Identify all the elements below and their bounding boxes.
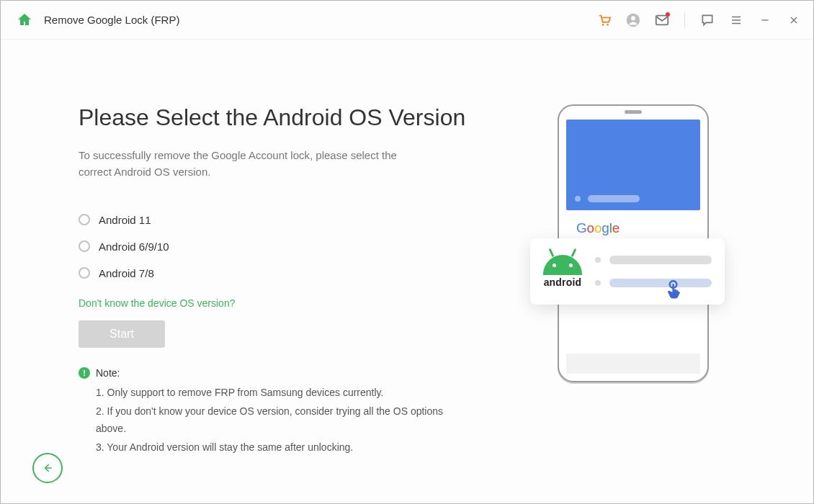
google-logo: Google	[576, 220, 620, 235]
placeholder-bar	[609, 256, 712, 264]
home-button[interactable]	[14, 9, 35, 31]
radio-android-6-9-10[interactable]: Android 6/9/10	[79, 240, 468, 253]
radio-icon	[79, 214, 90, 225]
tap-hand-icon	[664, 280, 686, 305]
note-block: ! Note: 1. Only support to remove FRP fr…	[79, 365, 468, 456]
user-icon	[625, 12, 641, 28]
svg-point-3	[631, 16, 635, 20]
android-head-icon	[543, 255, 582, 275]
placeholder-bar	[588, 195, 640, 202]
help-link[interactable]: Don't know the device OS version?	[79, 297, 235, 309]
left-column: Please Select the Android OS Version To …	[79, 104, 468, 482]
android-logo: android	[543, 255, 582, 288]
phone-speaker-icon	[625, 110, 642, 114]
placeholder-bar	[609, 279, 712, 287]
notification-dot-icon	[666, 12, 670, 17]
radio-icon	[79, 240, 90, 252]
card-lines	[595, 256, 712, 287]
placeholder-dot	[595, 280, 601, 286]
note-item-1: 1. Only support to remove FRP from Samsu…	[96, 384, 468, 402]
start-button[interactable]: Start	[79, 320, 165, 348]
phone-illustration: Google android	[558, 104, 709, 482]
placeholder-dot	[595, 257, 601, 263]
os-version-list: Android 11 Android 6/9/10 Android 7/8	[79, 214, 468, 279]
radio-label: Android 6/9/10	[99, 240, 169, 253]
main-content: Please Select the Android OS Version To …	[1, 40, 813, 503]
placeholder-dot	[575, 196, 581, 202]
radio-android-11[interactable]: Android 11	[79, 214, 468, 226]
svg-point-1	[607, 24, 609, 26]
account-button[interactable]	[624, 11, 643, 30]
feedback-button[interactable]	[698, 11, 717, 30]
home-icon	[16, 12, 33, 29]
radio-icon	[79, 267, 90, 279]
minimize-button[interactable]	[756, 11, 774, 30]
note-item-2: 2. If you don't know your device OS vers…	[96, 403, 468, 438]
menu-button[interactable]	[727, 11, 746, 30]
mail-button[interactable]	[653, 11, 671, 30]
titlebar: Remove Google Lock (FRP)	[1, 1, 813, 40]
right-column: Google android	[496, 104, 770, 482]
close-icon	[788, 14, 800, 26]
page-subtitle: To successfully remove the Google Accoun…	[79, 147, 431, 181]
cart-icon	[596, 12, 612, 28]
window-title: Remove Google Lock (FRP)	[44, 14, 179, 26]
note-header: ! Note:	[79, 365, 468, 382]
note-label: Note:	[96, 365, 120, 382]
phone-screen: Google	[566, 120, 700, 346]
page-heading: Please Select the Android OS Version	[79, 104, 468, 131]
phone-blue-header	[566, 120, 700, 210]
radio-label: Android 7/8	[99, 267, 154, 279]
info-icon: !	[79, 367, 90, 379]
close-button[interactable]	[784, 11, 803, 30]
menu-icon	[730, 14, 743, 27]
cart-button[interactable]	[595, 11, 614, 30]
phone-bottom-bar	[566, 354, 700, 374]
titlebar-actions	[595, 11, 803, 30]
svg-point-0	[602, 24, 604, 26]
divider	[684, 13, 685, 27]
chat-icon	[700, 13, 715, 27]
note-item-3: 3. Your Android version will stay the sa…	[96, 439, 468, 456]
minimize-icon	[759, 14, 771, 26]
back-button[interactable]	[32, 453, 63, 483]
android-card: android	[530, 238, 725, 305]
radio-android-7-8[interactable]: Android 7/8	[79, 267, 468, 279]
android-text: android	[543, 276, 582, 288]
radio-label: Android 11	[99, 214, 151, 226]
arrow-left-icon	[40, 461, 55, 475]
